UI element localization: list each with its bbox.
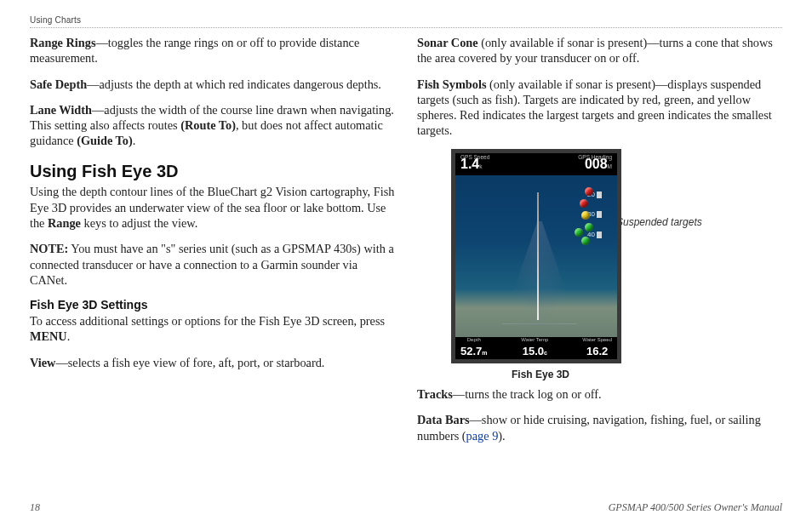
figure-wrap: GPS Speed 1.4k GPS Heading 008M 20 — [451, 149, 782, 363]
term: View — [30, 356, 55, 369]
text: selects a fish eye view of fore, aft, po… — [68, 356, 325, 369]
depth-readout: Depth 52.7m — [460, 337, 488, 359]
fish-target-red — [580, 199, 588, 208]
para-fish-symbols: Fish Symbols (only available if sonar is… — [417, 77, 782, 139]
para-note: NOTE: You must have an "s" series unit (… — [30, 241, 395, 288]
water-speed-label: Water Speed — [582, 337, 612, 344]
bold-range: Range — [48, 216, 81, 230]
gps-speed-readout: GPS Speed 1.4k — [460, 156, 483, 173]
bold-menu: MENU — [30, 329, 67, 343]
dash: — — [92, 103, 104, 117]
callout: Suspended targets — [630, 216, 702, 228]
depth-unit: m — [482, 350, 487, 356]
fish-eye-3d-screenshot: GPS Speed 1.4k GPS Heading 008M 20 — [451, 149, 621, 363]
figure-caption: Fish Eye 3D — [451, 369, 630, 381]
water-temp-value: 15.0 — [523, 345, 544, 357]
gps-speed-label: GPS Speed — [460, 154, 489, 161]
water-temp-unit: c — [544, 350, 547, 356]
para-range-rings: Range Rings—toggles the range rings on o… — [30, 35, 395, 66]
bold-route-to: (Route To) — [180, 118, 236, 132]
text: keys to adjust the view. — [81, 216, 197, 230]
para-fish-eye-intro: Using the depth contour lines of the Blu… — [30, 184, 395, 231]
left-column: Range Rings—toggles the range rings on o… — [30, 35, 395, 454]
term: Safe Depth — [30, 77, 87, 91]
page-number: 18 — [30, 501, 40, 514]
para-sonar-cone: Sonar Cone (only available if sonar is p… — [417, 35, 782, 66]
text: turns the track log on or off. — [465, 387, 602, 401]
dash: — — [647, 36, 659, 49]
dash: — — [470, 413, 482, 426]
para-safe-depth: Safe Depth—adjusts the depth at which re… — [30, 77, 395, 92]
fish-target-yellow — [581, 211, 590, 220]
callout-text: Suspended targets — [616, 216, 702, 228]
note-text: You must have an "s" series unit (such a… — [30, 242, 394, 287]
term: Range Rings — [30, 36, 95, 49]
term: Lane Width — [30, 103, 92, 117]
text: . — [67, 329, 71, 343]
fish-target-green — [581, 237, 590, 245]
fish-target-green — [575, 228, 583, 237]
note: (only available if sonar is present) — [478, 36, 648, 49]
fish-target-green — [585, 223, 593, 232]
term: Fish Symbols — [417, 77, 486, 91]
gps-speed-unit: k — [479, 163, 482, 169]
fig-topbar: GPS Speed 1.4k GPS Heading 008M — [455, 153, 617, 175]
para-view: View—selects a fish eye view of fore, af… — [30, 355, 395, 370]
water-speed-value: 16.2 — [586, 345, 608, 357]
depth-value: 52.7 — [460, 345, 482, 357]
dash: — — [55, 356, 67, 369]
sonar-cone-icon — [502, 221, 577, 324]
gps-heading-label: GPS Heading — [578, 154, 612, 161]
page-link[interactable]: page 9 — [466, 429, 499, 443]
ruler-tick: 40 — [587, 232, 602, 238]
para-tracks: Tracks—turns the track log on or off. — [417, 386, 782, 402]
bold-guide-to: (Guide To) — [77, 134, 133, 147]
dash: — — [87, 77, 99, 91]
term: Tracks — [417, 387, 453, 401]
content-columns: Range Rings—toggles the range rings on o… — [30, 35, 782, 454]
para-data-bars: Data Bars—show or hide cruising, navigat… — [417, 412, 782, 443]
dash: — — [453, 387, 465, 401]
fish-target-red — [585, 187, 593, 196]
note: (only available if sonar is present) — [486, 77, 655, 91]
dash: — — [655, 77, 667, 91]
para-settings-intro: To access additional settings or options… — [30, 313, 395, 345]
depth-label: Depth — [460, 337, 488, 344]
term: Data Bars — [417, 413, 470, 426]
water-speed-readout: Water Speed 16.2 — [582, 337, 612, 359]
heading-fish-eye-3d: Using Fish Eye 3D — [30, 161, 395, 183]
section-header: Using Charts — [30, 15, 782, 28]
water-temp-readout: Water Temp 15.0c — [521, 337, 548, 359]
text: . — [133, 134, 136, 147]
water-temp-label: Water Temp — [521, 337, 548, 344]
right-column: Sonar Cone (only available if sonar is p… — [417, 35, 782, 454]
manual-page: Using Charts Range Rings—toggles the ran… — [0, 0, 812, 526]
depth-pole — [537, 192, 539, 320]
manual-title: GPSMAP 400/500 Series Owner's Manual — [609, 501, 782, 514]
term: Sonar Cone — [417, 36, 478, 49]
text: ). — [498, 429, 505, 443]
text: To access additional settings or options… — [30, 314, 385, 328]
para-lane-width: Lane Width—adjusts the width of the cour… — [30, 102, 395, 149]
heading-fish-eye-settings: Fish Eye 3D Settings — [30, 298, 395, 313]
dash: — — [95, 36, 107, 49]
gps-heading-readout: GPS Heading 008M — [585, 156, 612, 173]
note-label: NOTE: — [30, 242, 68, 255]
figure-caption-wrap: Fish Eye 3D — [451, 369, 630, 381]
page-footer: 18 GPSMAP 400/500 Series Owner's Manual — [30, 501, 782, 514]
underwater-view: 20 30 40 — [455, 175, 617, 337]
fig-bottombar: Depth 52.7m Water Temp 15.0c Water Speed… — [455, 337, 617, 359]
gps-heading-unit: M — [608, 163, 612, 169]
text: adjusts the depth at which red indicates… — [99, 77, 381, 91]
